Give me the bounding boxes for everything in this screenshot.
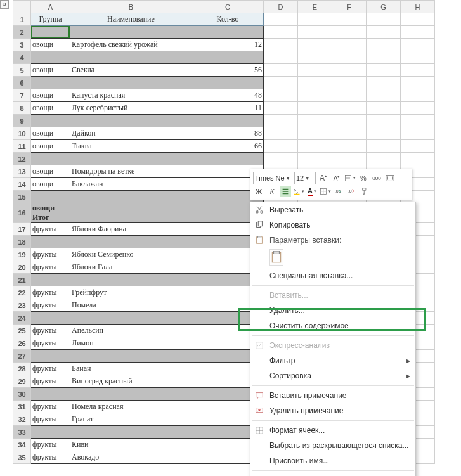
ctx-format-cells[interactable]: Формат ячеек... [250, 423, 415, 438]
select-all-corner[interactable] [13, 1, 31, 13]
increase-font-button[interactable]: A▴ [318, 172, 329, 184]
ctx-delete-comment[interactable]: Удалить примечание [250, 403, 415, 418]
cell[interactable] [367, 77, 401, 89]
row-header[interactable]: 18 [13, 236, 31, 248]
cell[interactable]: Киви [70, 439, 192, 451]
borders-button[interactable]: ▾ [320, 186, 331, 197]
cell[interactable]: овощи [31, 165, 70, 178]
cell[interactable]: Помела [70, 299, 192, 312]
ctx-pick-from-list[interactable]: Выбрать из раскрывающегося списка... [250, 438, 415, 453]
cell[interactable] [31, 51, 70, 64]
cell[interactable]: Тыква [70, 140, 192, 153]
ctx-cut[interactable]: Вырезать [250, 202, 415, 217]
row-header[interactable]: 23 [13, 299, 31, 312]
cell[interactable]: овощи [31, 64, 70, 77]
cell[interactable]: фрукты [31, 413, 70, 426]
cell[interactable] [70, 203, 192, 223]
ctx-sort[interactable]: Сортировка ▶ [250, 368, 415, 383]
cell[interactable] [192, 26, 264, 39]
row-header[interactable]: 6 [13, 77, 31, 89]
cell[interactable] [332, 115, 367, 127]
cell[interactable] [31, 153, 70, 165]
cell[interactable] [264, 26, 298, 39]
row-header[interactable]: 27 [13, 350, 31, 363]
cell[interactable] [332, 89, 367, 102]
accounting-format-button[interactable]: ▾ [344, 172, 356, 184]
cell[interactable] [298, 102, 332, 115]
font-color-button[interactable]: A ▾ [306, 186, 318, 197]
cell[interactable] [31, 388, 70, 401]
cell[interactable] [298, 127, 332, 140]
cell[interactable]: 48 [192, 89, 264, 102]
cell[interactable]: Дайкон [70, 127, 192, 140]
cell[interactable] [264, 51, 298, 64]
cell[interactable] [31, 191, 70, 203]
cell[interactable] [192, 153, 264, 165]
cell[interactable] [332, 26, 367, 39]
cell[interactable] [264, 64, 298, 77]
row-header[interactable]: 30 [13, 388, 31, 401]
fill-color-button[interactable]: ▾ [293, 186, 304, 197]
cell[interactable] [401, 89, 435, 102]
cell[interactable] [298, 26, 332, 39]
cell[interactable] [264, 153, 298, 165]
cell[interactable]: Яблоки Гала [70, 261, 192, 274]
cell[interactable]: овощи [31, 102, 70, 115]
bold-button[interactable]: Ж [253, 186, 264, 197]
cell[interactable] [31, 77, 70, 89]
row-header[interactable]: 17 [13, 223, 31, 236]
row-header[interactable]: 12 [13, 153, 31, 165]
header-cell[interactable]: Кол-во [192, 13, 264, 26]
row-header[interactable]: 2 [13, 26, 31, 39]
cell[interactable]: овощи Итог [31, 203, 70, 223]
cell[interactable] [367, 127, 401, 140]
cell[interactable]: фрукты [31, 223, 70, 236]
cell[interactable] [401, 26, 435, 39]
row-header[interactable]: 32 [13, 413, 31, 426]
cell[interactable] [332, 39, 367, 51]
cell[interactable] [31, 236, 70, 248]
cell[interactable] [264, 39, 298, 51]
cell[interactable]: Лимон [70, 337, 192, 350]
cell[interactable] [401, 39, 435, 51]
cell[interactable]: Баклажан [70, 178, 192, 191]
row-header[interactable]: 10 [13, 127, 31, 140]
cell[interactable] [367, 64, 401, 77]
cell[interactable]: Авокадо [70, 451, 192, 464]
cell[interactable] [70, 51, 192, 64]
cell[interactable] [367, 115, 401, 127]
row-header[interactable]: 35 [13, 451, 31, 464]
decrease-font-button[interactable]: A▾ [331, 172, 342, 184]
cell[interactable] [70, 77, 192, 89]
cell[interactable] [264, 127, 298, 140]
cell[interactable]: Свекла [70, 64, 192, 77]
cell[interactable] [70, 153, 192, 165]
row-header[interactable]: 4 [13, 51, 31, 64]
cell[interactable] [401, 127, 435, 140]
cell[interactable]: фрукты [31, 363, 70, 375]
cell[interactable] [332, 64, 367, 77]
cell[interactable]: Капуста красная [70, 89, 192, 102]
italic-button[interactable]: К [266, 186, 278, 197]
row-header[interactable]: 24 [13, 312, 31, 325]
cell[interactable]: Яблоки Флорина [70, 223, 192, 236]
row-header[interactable]: 14 [13, 178, 31, 191]
cell[interactable] [367, 13, 401, 26]
cell[interactable] [401, 115, 435, 127]
cell[interactable]: фрукты [31, 261, 70, 274]
header-cell[interactable]: Наименование [70, 13, 192, 26]
cell[interactable]: Картофель свежий урожай [70, 39, 192, 51]
row-header[interactable]: 26 [13, 337, 31, 350]
decrease-decimal-button[interactable]: .0 [346, 186, 358, 197]
row-header[interactable]: 1 [13, 13, 31, 26]
cell[interactable] [367, 39, 401, 51]
cell[interactable]: фрукты [31, 401, 70, 413]
cell[interactable] [401, 140, 435, 153]
row-header[interactable]: 9 [13, 115, 31, 127]
paste-option-default[interactable] [269, 249, 283, 266]
outline-level-box[interactable]: 3 [0, 0, 9, 9]
col-header-A[interactable]: A [31, 1, 70, 13]
cell[interactable] [332, 127, 367, 140]
cell[interactable] [401, 153, 435, 165]
cell[interactable] [367, 89, 401, 102]
